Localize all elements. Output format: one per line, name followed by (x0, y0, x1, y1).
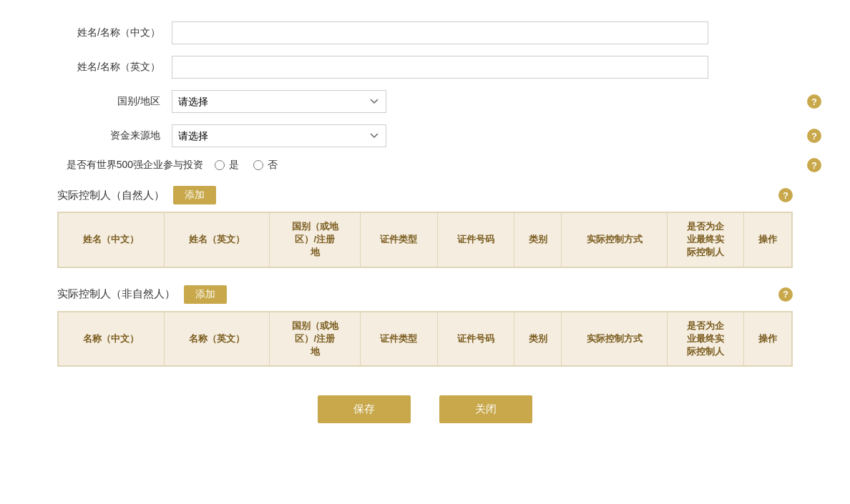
np-col-category: 类别 (514, 213, 562, 267)
natural-person-title: 实际控制人（自然人） (57, 189, 165, 202)
natural-person-table-header-row: 姓名（中文） 姓名（英文） 国别（或地区）/注册地 证件类型 证件号码 类别 实… (59, 213, 792, 267)
natural-person-section: 实际控制人（自然人） 添加 ? 姓名（中文） 姓名（英文） 国别（或地区）/注册… (57, 186, 793, 268)
np-col-cert-type: 证件类型 (361, 213, 437, 267)
name-en-wrap (172, 56, 708, 79)
nnp-col-name-en: 名称（英文） (164, 312, 270, 366)
fortune500-yes-option[interactable]: 是 (215, 159, 239, 172)
np-col-name-en: 姓名（英文） (164, 213, 270, 267)
natural-person-help-icon[interactable]: ? (778, 188, 793, 202)
non-natural-person-add-button[interactable]: 添加 (184, 285, 227, 304)
name-en-label: 姓名/名称（英文） (57, 61, 172, 74)
fund-source-label: 资金来源地 (57, 129, 172, 142)
non-natural-person-section: 实际控制人（非自然人） 添加 ? 名称（中文） 名称（英文） 国别（或地区）/注… (57, 285, 793, 367)
np-col-final-controller: 是否为企业最终实际控制人 (668, 213, 744, 267)
non-natural-person-title: 实际控制人（非自然人） (57, 287, 175, 301)
country-wrap: 请选择 (172, 90, 708, 113)
nnp-col-final-controller: 是否为企业最终实际控制人 (668, 312, 744, 366)
fortune500-options: 是 否 (215, 159, 751, 172)
close-button[interactable]: 关闭 (439, 395, 532, 423)
fund-source-select[interactable]: 请选择 (172, 124, 386, 147)
fortune500-yes-radio[interactable] (215, 160, 225, 170)
form-section: 姓名/名称（中文） 姓名/名称（英文） 国别/地区 请选择 ? 资金来源地 (57, 21, 793, 172)
fund-source-row: 资金来源地 请选择 ? (57, 124, 793, 147)
nnp-col-operation: 操作 (744, 312, 792, 366)
name-cn-label: 姓名/名称（中文） (57, 26, 172, 39)
name-cn-input[interactable] (172, 21, 708, 44)
nnp-col-control-method: 实际控制方式 (562, 312, 668, 366)
np-col-cert-no: 证件号码 (437, 213, 514, 267)
nnp-col-cert-no: 证件号码 (437, 312, 514, 366)
natural-person-table-wrap: 姓名（中文） 姓名（英文） 国别（或地区）/注册地 证件类型 证件号码 类别 实… (57, 212, 793, 268)
nnp-col-cert-type: 证件类型 (361, 312, 437, 366)
non-natural-person-header: 实际控制人（非自然人） 添加 ? (57, 285, 793, 304)
non-natural-person-help-icon[interactable]: ? (778, 287, 793, 302)
fund-source-wrap: 请选择 (172, 124, 708, 147)
name-en-input[interactable] (172, 56, 708, 79)
nnp-col-name-cn: 名称（中文） (59, 312, 165, 366)
save-button[interactable]: 保存 (318, 395, 411, 423)
name-cn-wrap (172, 21, 708, 44)
fortune500-help-icon[interactable]: ? (807, 158, 821, 172)
country-select[interactable]: 请选择 (172, 90, 386, 113)
non-natural-person-table-header-row: 名称（中文） 名称（英文） 国别（或地区）/注册地 证件类型 证件号码 类别 实… (59, 312, 792, 366)
fortune500-label: 是否有世界500强企业参与投资 (57, 159, 215, 172)
fortune500-no-option[interactable]: 否 (253, 159, 278, 172)
page-container: 姓名/名称（中文） 姓名/名称（英文） 国别/地区 请选择 ? 资金来源地 (0, 0, 850, 466)
non-natural-person-table-wrap: 名称（中文） 名称（英文） 国别（或地区）/注册地 证件类型 证件号码 类别 实… (57, 311, 793, 367)
country-help-icon[interactable]: ? (807, 94, 821, 109)
natural-person-header: 实际控制人（自然人） 添加 ? (57, 186, 793, 204)
natural-person-add-button[interactable]: 添加 (173, 186, 216, 204)
country-label: 国别/地区 (57, 95, 172, 108)
fortune500-no-radio[interactable] (253, 160, 263, 170)
fortune500-no-label: 否 (268, 159, 278, 172)
country-row: 国别/地区 请选择 ? (57, 90, 793, 113)
bottom-actions: 保存 关闭 (57, 395, 793, 423)
np-col-control-method: 实际控制方式 (562, 213, 668, 267)
name-cn-row: 姓名/名称（中文） (57, 21, 793, 44)
non-natural-person-table: 名称（中文） 名称（英文） 国别（或地区）/注册地 证件类型 证件号码 类别 实… (58, 312, 792, 367)
fortune500-yes-label: 是 (229, 159, 239, 172)
fund-source-help-icon[interactable]: ? (807, 129, 821, 143)
np-col-name-cn: 姓名（中文） (59, 213, 165, 267)
np-col-country: 国别（或地区）/注册地 (270, 213, 361, 267)
natural-person-table: 姓名（中文） 姓名（英文） 国别（或地区）/注册地 证件类型 证件号码 类别 实… (58, 212, 792, 267)
np-col-operation: 操作 (744, 213, 792, 267)
nnp-col-country: 国别（或地区）/注册地 (270, 312, 361, 366)
nnp-col-category: 类别 (514, 312, 562, 366)
fortune500-row: 是否有世界500强企业参与投资 是 否 ? (57, 159, 793, 172)
name-en-row: 姓名/名称（英文） (57, 56, 793, 79)
